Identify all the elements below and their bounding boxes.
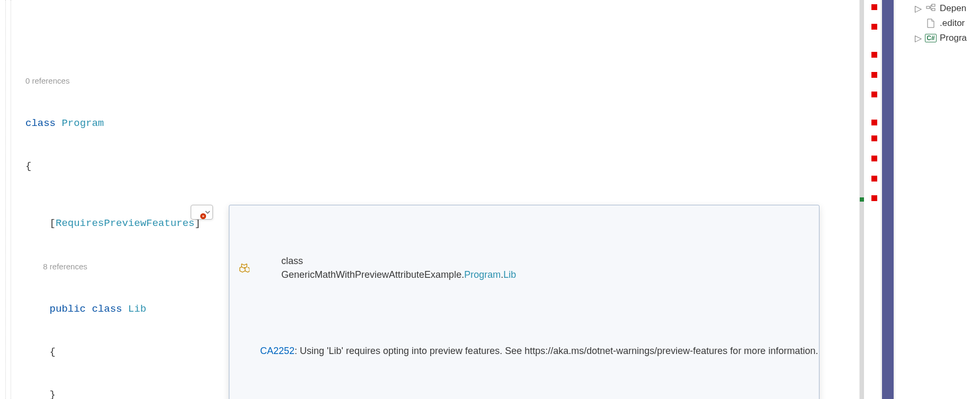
quick-actions-button[interactable]: × (191, 205, 213, 220)
solution-item[interactable]: ▷Depen (895, 1, 980, 16)
diagnostic-tooltip: class GenericMathWithPreviewAttributeExa… (229, 205, 819, 399)
error-marker[interactable] (871, 135, 877, 141)
error-marker[interactable] (871, 4, 877, 10)
tooltip-type-program: Program (464, 269, 501, 280)
codelens[interactable]: 0 references (25, 74, 859, 88)
svg-rect-1 (932, 4, 935, 6)
diagnostic-message: : Using 'Lib' requires opting into previ… (295, 346, 818, 356)
error-marker[interactable] (871, 92, 877, 97)
deps-icon (926, 4, 936, 13)
expand-twisty-icon[interactable]: ▷ (914, 3, 922, 14)
tooltip-type-lib: Lib (503, 269, 516, 280)
file-icon (926, 19, 936, 28)
tooltip-namespace: GenericMathWithPreviewAttributeExample (281, 269, 461, 280)
solution-item-label: .editor (940, 18, 965, 29)
change-marker (860, 197, 864, 202)
error-marker[interactable] (871, 120, 877, 125)
solution-item-label: Progra (940, 33, 967, 43)
error-marker[interactable] (871, 176, 877, 182)
svg-rect-2 (932, 8, 935, 11)
lightbulb-icon: × (194, 207, 204, 217)
overview-ruler[interactable] (859, 0, 880, 399)
solution-item-label: Depen (940, 3, 966, 14)
code-line[interactable]: class Program (25, 116, 859, 131)
error-marker[interactable] (871, 72, 877, 78)
svg-rect-0 (926, 6, 930, 8)
chevron-down-icon (205, 210, 210, 215)
class-icon (239, 262, 250, 273)
error-marker[interactable] (871, 195, 877, 201)
solution-item[interactable]: .editor (895, 16, 980, 31)
code-editor[interactable]: 0 references class Program { [RequiresPr… (0, 0, 859, 399)
error-badge-icon: × (200, 213, 206, 219)
code-line[interactable]: { (25, 159, 859, 174)
error-marker[interactable] (871, 24, 877, 30)
expand-twisty-icon[interactable]: ▷ (914, 33, 922, 44)
error-marker[interactable] (871, 52, 877, 58)
cs-icon: C# (926, 33, 936, 43)
diagnostic-code-link[interactable]: CA2252 (260, 346, 295, 356)
solution-item[interactable]: ▷C#Progra (895, 31, 980, 46)
solution-explorer[interactable]: ▷Depen.editor▷C#Progra (895, 0, 980, 399)
error-marker[interactable] (871, 156, 877, 161)
tooltip-kind: class (281, 256, 303, 266)
panel-splitter[interactable] (880, 0, 895, 399)
